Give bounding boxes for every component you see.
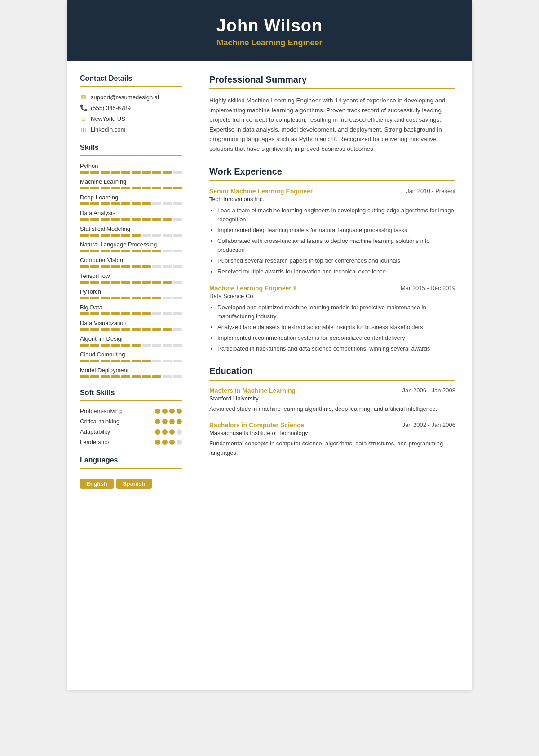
skill-segment <box>111 360 120 362</box>
skill-segment <box>173 375 182 378</box>
skill-segment <box>90 297 99 299</box>
skill-item: Big Data <box>80 304 182 315</box>
skill-segment <box>121 171 130 174</box>
skill-segment <box>142 375 151 378</box>
skill-bar <box>80 297 182 299</box>
skill-name: TensorFlow <box>80 273 182 279</box>
skill-segment <box>80 218 89 221</box>
skill-segment <box>152 234 161 237</box>
job-header: Senior Machine Learning EngineerJan 2010… <box>209 188 455 195</box>
resume-container: John Wilson Machine Learning Engineer Co… <box>67 0 472 690</box>
skill-bar <box>80 202 182 205</box>
phone-icon: 📞 <box>80 104 87 111</box>
location-icon: ⌂ <box>80 115 87 122</box>
job-date: Mar 2015 - Dec 2019 <box>401 285 455 291</box>
contact-item-linkedin: inLinkedIn.com <box>80 126 182 133</box>
skill-dot <box>177 429 182 435</box>
skill-segment <box>90 328 99 331</box>
edu-degree: Bachelors in Computer Science <box>209 422 304 429</box>
skill-segment <box>90 202 99 205</box>
body-layout: Contact Details ✉support@resumedesign.ai… <box>67 61 472 690</box>
edu-degree: Masters in Machine Learning <box>209 387 296 394</box>
skill-segment <box>111 328 120 331</box>
edu-school: Massachusetts Institute of Technology <box>209 430 455 436</box>
language-tag: Spanish <box>116 479 152 489</box>
edu-date: Jan 2002 - Jan 2006 <box>402 422 455 428</box>
soft-skill-item: Problem-solving <box>80 408 182 414</box>
skill-name: Deep Learning <box>80 194 182 201</box>
skill-segment <box>121 312 130 315</box>
skill-segment <box>90 265 99 268</box>
skill-segment <box>80 187 89 189</box>
skill-dot <box>155 429 160 435</box>
skill-segment <box>142 297 151 299</box>
skill-segment <box>173 250 182 252</box>
soft-skill-item: Adaptability <box>80 428 182 435</box>
skill-segment <box>111 375 120 378</box>
skill-segment <box>90 250 99 252</box>
skill-segment <box>132 265 141 268</box>
skill-name: Model Deployment <box>80 367 182 374</box>
linkedin-icon: in <box>80 126 87 133</box>
skill-name: Data Analysis <box>80 210 182 216</box>
skill-segment <box>152 218 161 221</box>
list-item: Published several research papers in top… <box>217 256 455 265</box>
skill-segment <box>80 250 89 252</box>
skill-segment <box>142 265 151 268</box>
skill-segment <box>173 344 182 347</box>
summary-section-title: Professional Summary <box>209 75 455 85</box>
skill-segment <box>163 234 172 237</box>
skill-segment <box>142 234 151 237</box>
skill-segment <box>121 360 130 362</box>
skill-segment <box>132 187 141 189</box>
jobs-list: Senior Machine Learning EngineerJan 2010… <box>209 188 455 354</box>
skill-segment <box>132 250 141 252</box>
skill-segment <box>152 312 161 315</box>
skill-item: Deep Learning <box>80 194 182 205</box>
skill-segment <box>90 218 99 221</box>
skill-segment <box>163 265 172 268</box>
skill-segment <box>132 218 141 221</box>
skill-segment <box>121 375 130 378</box>
skill-dot <box>155 419 160 424</box>
skill-segment <box>152 281 161 284</box>
skill-bar <box>80 312 182 315</box>
soft-skill-dots <box>155 419 182 424</box>
job-company: Data Science Co. <box>209 293 455 299</box>
education-list: Masters in Machine LearningJan 2006 - Ja… <box>209 387 455 457</box>
skill-segment <box>173 281 182 284</box>
job-bullets: Developed and optimized machine learning… <box>209 303 455 354</box>
skill-segment <box>111 218 120 221</box>
skill-segment <box>173 360 182 362</box>
languages-divider <box>80 468 182 469</box>
skill-segment <box>163 328 172 331</box>
skill-segment <box>142 218 151 221</box>
skills-section-title: Skills <box>80 144 182 152</box>
list-item: Received multiple awards for innovation … <box>217 267 455 276</box>
edu-date: Jan 2006 - Jan 2008 <box>402 387 455 394</box>
skill-segment <box>173 171 182 174</box>
skill-segment <box>101 250 110 252</box>
skill-item: Statistical Modeling <box>80 225 182 237</box>
skill-segment <box>132 312 141 315</box>
skills-divider <box>80 155 182 156</box>
experience-section-title: Work Experience <box>209 167 455 177</box>
list-item: Developed and optimized machine learning… <box>217 303 455 321</box>
contact-divider <box>80 86 182 87</box>
skill-segment <box>142 312 151 315</box>
skill-segment <box>132 281 141 284</box>
skill-segment <box>101 312 110 315</box>
skill-segment <box>101 375 110 378</box>
skill-item: Python <box>80 163 182 174</box>
skill-bar <box>80 360 182 362</box>
header-title: Machine Learning Engineer <box>85 38 454 48</box>
skill-segment <box>80 265 89 268</box>
skill-name: Algorithm Design <box>80 335 182 342</box>
language-tag: English <box>80 479 114 489</box>
skill-bar <box>80 328 182 331</box>
skill-segment <box>152 265 161 268</box>
contact-item-location: ⌂NewYork, US <box>80 115 182 122</box>
skill-segment <box>111 281 120 284</box>
skill-dot <box>177 409 182 414</box>
skill-segment <box>163 187 172 189</box>
